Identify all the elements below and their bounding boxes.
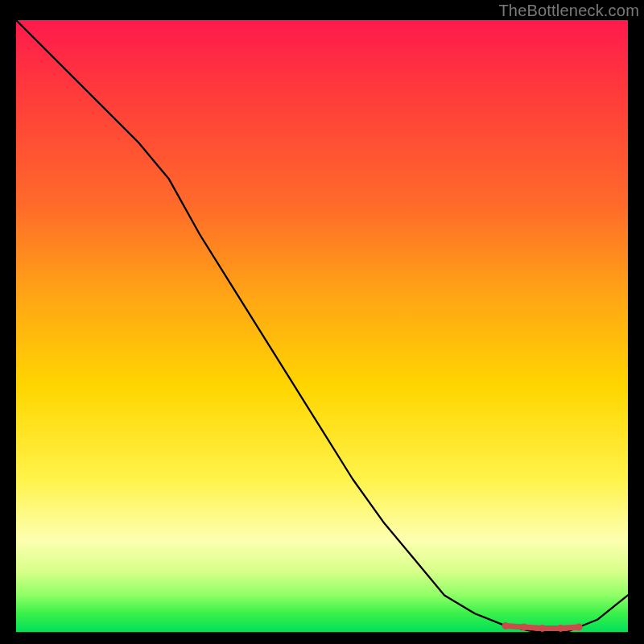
attribution-label: TheBottleneck.com bbox=[498, 2, 639, 20]
main-line-series bbox=[16, 20, 628, 632]
marker-dot bbox=[539, 625, 546, 632]
marker-dot bbox=[576, 623, 583, 630]
plot-area bbox=[16, 20, 628, 632]
marker-dot bbox=[557, 625, 564, 632]
chart-overlay bbox=[16, 20, 628, 632]
marker-dot bbox=[502, 622, 510, 630]
marker-group bbox=[502, 622, 583, 632]
marker-dot bbox=[520, 623, 527, 630]
chart-stage: TheBottleneck.com bbox=[0, 0, 644, 644]
